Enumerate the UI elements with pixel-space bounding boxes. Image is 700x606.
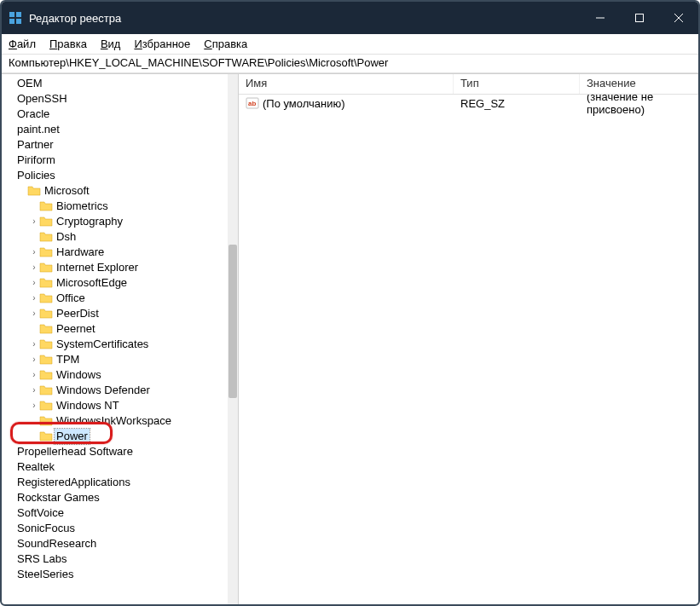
value-row[interactable]: ab(По умолчанию)REG_SZ(значение не присв… [239,95,698,112]
list-header: Имя Тип Значение [239,74,698,95]
folder-icon [39,200,53,212]
tree-item-label: Realtek [15,459,56,475]
folder-icon [39,292,53,304]
menu-file[interactable]: Файл [9,38,36,50]
tree-item-label: Rockstar Games [15,490,101,505]
tree-item[interactable]: Realtek [2,459,238,475]
tree-item-label: Cryptography [55,214,124,229]
tree-item-label: Windows NT [55,398,121,413]
tree-item[interactable]: Dsh [2,229,238,245]
tree-item[interactable]: OEM [2,76,238,91]
tree-item-label: Microsoft [43,183,91,199]
tree-item[interactable]: ›Windows [2,367,238,383]
column-name[interactable]: Имя [239,74,454,94]
close-button[interactable] [659,2,698,34]
titlebar[interactable]: Редактор реестра [2,2,698,34]
scrollbar-thumb[interactable] [229,245,237,398]
string-value-icon: ab [246,96,259,110]
tree-item[interactable]: Propellerhead Software [2,444,238,459]
folder-icon [39,384,53,396]
values-pane: Имя Тип Значение ab(По умолчанию)REG_SZ(… [239,74,698,604]
tree-item[interactable]: ›Windows Defender [2,383,238,398]
window-title: Редактор реестра [29,12,581,25]
tree-item[interactable]: ›Internet Explorer [2,260,238,275]
tree-item[interactable]: OpenSSH [2,91,238,107]
tree-pane: OEMOpenSSHOraclepaint.netPartnerPiriform… [2,74,239,604]
column-value[interactable]: Значение [580,74,698,94]
column-type[interactable]: Тип [454,74,580,94]
tree-item[interactable]: Rockstar Games [2,490,238,505]
registry-editor-window: Редактор реестра Файл Правка Вид Избранн… [0,0,700,606]
tree-item[interactable]: Power [2,429,238,444]
values-list[interactable]: ab(По умолчанию)REG_SZ(значение не присв… [239,95,698,604]
tree-item-label: SoundResearch [15,536,98,551]
menu-help[interactable]: Справка [204,38,247,50]
app-icon [9,11,22,25]
content-area: OEMOpenSSHOraclepaint.netPartnerPiriform… [2,73,698,604]
tree-item-label: Peernet [55,321,97,337]
menu-edit[interactable]: Правка [49,38,87,50]
tree-item[interactable]: SteelSeries [2,567,238,582]
tree-item[interactable]: Microsoft [2,183,238,199]
value-type-cell: REG_SZ [454,97,580,110]
tree-item[interactable]: ›SystemCertificates [2,337,238,352]
expand-icon[interactable]: › [29,291,39,306]
tree-item[interactable]: Piriform [2,153,238,168]
tree-item[interactable]: Partner [2,137,238,153]
expand-icon[interactable]: › [29,306,39,321]
expand-icon[interactable]: › [29,352,39,367]
minimize-button[interactable] [581,2,620,34]
tree-item-label: Power [55,429,90,444]
folder-icon [39,354,53,366]
expand-icon[interactable]: › [29,337,39,352]
tree-item[interactable]: WindowsInkWorkspace [2,413,238,429]
tree-item[interactable]: RegisteredApplications [2,475,238,490]
tree-item[interactable]: SonicFocus [2,521,238,536]
tree-item[interactable]: ›Office [2,291,238,306]
tree-item[interactable]: Peernet [2,321,238,337]
svg-rect-2 [9,19,14,24]
registry-tree[interactable]: OEMOpenSSHOraclepaint.netPartnerPiriform… [2,74,238,584]
tree-item-label: WindowsInkWorkspace [55,413,173,429]
expand-icon[interactable]: › [29,214,39,229]
tree-item-label: Piriform [15,153,57,168]
expand-icon[interactable]: › [29,398,39,413]
tree-item[interactable]: ›TPM [2,352,238,367]
folder-icon [39,216,53,228]
tree-item[interactable]: SoundResearch [2,536,238,551]
tree-item-label: Policies [15,168,57,183]
menu-favorites[interactable]: Избранное [134,38,190,50]
tree-item[interactable]: SRS Labs [2,551,238,567]
svg-rect-1 [16,12,21,17]
expand-icon[interactable]: › [29,383,39,398]
tree-item-label: SystemCertificates [55,337,150,352]
tree-scrollbar[interactable] [228,74,238,604]
folder-icon [39,246,53,258]
tree-item[interactable]: Oracle [2,107,238,122]
tree-item-label: Windows Defender [55,383,152,398]
folder-icon [39,400,53,412]
tree-item-label: PeerDist [55,306,101,321]
tree-item-label: OEM [15,76,44,91]
tree-item[interactable]: ›Hardware [2,245,238,260]
tree-item[interactable]: Biometrics [2,199,238,214]
expand-icon[interactable]: › [29,275,39,291]
menu-view[interactable]: Вид [101,38,121,50]
maximize-button[interactable] [620,2,659,34]
expand-icon[interactable]: › [29,245,39,260]
tree-item[interactable]: paint.net [2,122,238,137]
tree-item-label: Dsh [55,229,78,245]
tree-item[interactable]: ›Windows NT [2,398,238,413]
address-bar[interactable]: Компьютер\HKEY_LOCAL_MACHINE\SOFTWARE\Po… [2,55,698,73]
tree-item[interactable]: ›MicrosoftEdge [2,275,238,291]
expand-icon[interactable]: › [29,260,39,275]
tree-item-label: Windows [55,367,103,383]
tree-item-label: OpenSSH [15,91,69,107]
tree-item[interactable]: ›PeerDist [2,306,238,321]
tree-item[interactable]: SoftVoice [2,505,238,521]
expand-icon[interactable]: › [29,367,39,383]
tree-item-label: Partner [15,137,55,153]
tree-item[interactable]: Policies [2,168,238,183]
tree-item[interactable]: ›Cryptography [2,214,238,229]
svg-rect-5 [636,14,644,22]
